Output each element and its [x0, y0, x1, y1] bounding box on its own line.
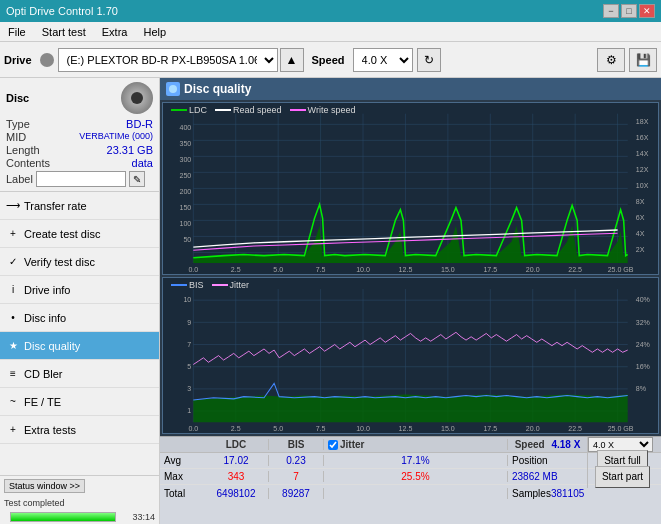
content-header: Disc quality	[160, 78, 661, 100]
sidebar-item-cd-bler[interactable]: ≡ CD Bler	[0, 360, 159, 388]
ldc-color	[171, 109, 187, 111]
drive-label: Drive	[4, 54, 32, 66]
svg-text:18X: 18X	[636, 117, 649, 126]
max-ldc: 343	[204, 471, 269, 482]
nav-label-cd-bler: CD Bler	[24, 368, 63, 380]
content-title: Disc quality	[184, 82, 251, 96]
drive-icon	[40, 53, 54, 67]
svg-text:4X: 4X	[636, 229, 645, 238]
nav-label-disc-quality: Disc quality	[24, 340, 80, 352]
svg-marker-69	[193, 394, 627, 422]
svg-point-0	[169, 85, 177, 93]
status-window-button[interactable]: Status window >>	[4, 479, 85, 493]
sidebar-item-drive-info[interactable]: i Drive info	[0, 276, 159, 304]
close-button[interactable]: ✕	[639, 4, 655, 18]
toolbar: Drive (E:) PLEXTOR BD-R PX-LB950SA 1.06 …	[0, 42, 661, 78]
svg-text:22.5: 22.5	[568, 264, 582, 273]
svg-text:12.5: 12.5	[399, 264, 413, 273]
svg-text:3: 3	[187, 384, 191, 393]
svg-text:20.0: 20.0	[526, 423, 540, 432]
verify-test-disc-icon: ✓	[6, 255, 20, 269]
drive-select[interactable]: (E:) PLEXTOR BD-R PX-LB950SA 1.06	[58, 48, 278, 72]
svg-text:50: 50	[183, 235, 191, 244]
jitter-checkbox-area: Jitter	[324, 439, 507, 450]
ldc-label: LDC	[189, 105, 207, 115]
sidebar-item-create-test-disc[interactable]: + Create test disc	[0, 220, 159, 248]
svg-text:10X: 10X	[636, 181, 649, 190]
svg-text:100: 100	[179, 219, 191, 228]
legend-read: Read speed	[215, 105, 282, 115]
disc-panel-title: Disc	[6, 92, 29, 104]
svg-text:15.0: 15.0	[441, 264, 455, 273]
menu-start-test[interactable]: Start test	[34, 24, 94, 40]
svg-text:7.5: 7.5	[316, 264, 326, 273]
svg-text:15.0: 15.0	[441, 423, 455, 432]
sidebar-item-disc-info[interactable]: • Disc info	[0, 304, 159, 332]
jitter-checkbox[interactable]	[328, 440, 338, 450]
svg-text:300: 300	[179, 155, 191, 164]
sidebar-item-disc-quality[interactable]: ★ Disc quality	[0, 332, 159, 360]
svg-text:400: 400	[179, 122, 191, 131]
svg-text:17.5: 17.5	[483, 264, 497, 273]
sidebar-item-transfer-rate[interactable]: ⟶ Transfer rate	[0, 192, 159, 220]
svg-text:8%: 8%	[636, 384, 647, 393]
chart2: BIS Jitter	[162, 277, 659, 434]
speed-label: Speed	[312, 54, 345, 66]
app-title: Opti Drive Control 1.70	[6, 5, 118, 17]
svg-text:2X: 2X	[636, 245, 645, 254]
menu-extra[interactable]: Extra	[94, 24, 136, 40]
total-ldc: 6498102	[204, 488, 269, 499]
svg-text:1: 1	[187, 406, 191, 415]
sidebar-item-extra-tests[interactable]: + Extra tests	[0, 416, 159, 444]
menu-file[interactable]: File	[0, 24, 34, 40]
eject-button[interactable]: ▲	[280, 48, 304, 72]
minimize-button[interactable]: −	[603, 4, 619, 18]
label-input[interactable]	[36, 171, 126, 187]
svg-text:16X: 16X	[636, 133, 649, 142]
svg-text:7: 7	[187, 339, 191, 348]
content-area: Disc quality LDC Read speed	[160, 78, 661, 524]
bis-label: BIS	[189, 280, 204, 290]
titlebar: Opti Drive Control 1.70 − □ ✕	[0, 0, 661, 22]
menu-help[interactable]: Help	[135, 24, 174, 40]
sidebar-item-fe-te[interactable]: ~ FE / TE	[0, 388, 159, 416]
window-controls: − □ ✕	[603, 4, 655, 18]
sidebar-bottom: Status window >> Test completed 33:14	[0, 475, 159, 524]
stats-panel: LDC BIS Jitter Speed 4.18 X 4.0 X	[160, 436, 661, 524]
stats-header: LDC BIS Jitter Speed 4.18 X 4.0 X	[160, 437, 661, 453]
nav-label-verify-test-disc: Verify test disc	[24, 256, 95, 268]
stats-row-avg: Avg 17.02 0.23 17.1% Position Start full	[160, 453, 661, 469]
extra-tests-icon: +	[6, 423, 20, 437]
refresh-button[interactable]: ↻	[417, 48, 441, 72]
svg-text:2.5: 2.5	[231, 423, 241, 432]
nav-label-transfer-rate: Transfer rate	[24, 200, 87, 212]
maximize-button[interactable]: □	[621, 4, 637, 18]
speed-select[interactable]: 4.0 X	[353, 48, 413, 72]
cd-bler-icon: ≡	[6, 367, 20, 381]
speed-value-display: 4.18 X	[551, 439, 580, 450]
save-button[interactable]: 💾	[629, 48, 657, 72]
sidebar-item-verify-test-disc[interactable]: ✓ Verify test disc	[0, 248, 159, 276]
contents-label: Contents	[6, 157, 50, 169]
contents-value: data	[132, 157, 153, 169]
settings-button[interactable]: ⚙	[597, 48, 625, 72]
svg-text:25.0 GB: 25.0 GB	[608, 423, 634, 432]
legend-jitter: Jitter	[212, 280, 250, 290]
bis-color	[171, 284, 187, 286]
speed-col-label: Speed	[515, 439, 545, 450]
speed-header: Speed 4.18 X	[507, 439, 587, 450]
svg-text:5: 5	[187, 361, 191, 370]
samples-label: Samples	[512, 488, 551, 499]
drive-info-icon: i	[6, 283, 20, 297]
label-edit-button[interactable]: ✎	[129, 171, 145, 187]
disc-quality-icon: ★	[6, 339, 20, 353]
fe-te-icon: ~	[6, 395, 20, 409]
svg-text:9: 9	[187, 317, 191, 326]
svg-text:5.0: 5.0	[273, 423, 283, 432]
type-label: Type	[6, 118, 30, 130]
total-label: Total	[164, 488, 204, 499]
svg-text:150: 150	[179, 203, 191, 212]
length-label: Length	[6, 144, 40, 156]
avg-bis: 0.23	[269, 455, 324, 466]
write-label: Write speed	[308, 105, 356, 115]
